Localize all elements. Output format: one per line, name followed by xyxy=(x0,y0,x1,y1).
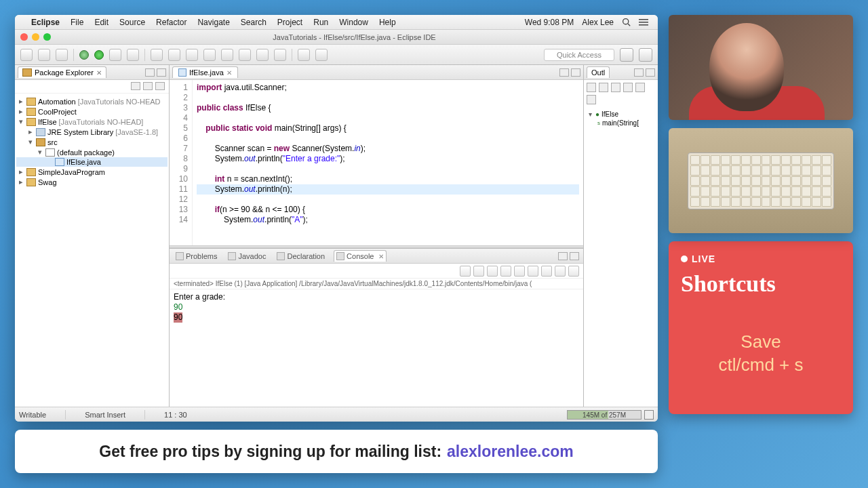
code-editor[interactable]: 1234567891011121314 import java.util.Sca… xyxy=(170,80,583,245)
editor-tab-ifelse[interactable]: IfElse.java ✕ xyxy=(172,66,238,78)
outline-hide-nonpublic-icon[interactable] xyxy=(623,83,633,92)
minimize-window-button[interactable] xyxy=(32,33,39,41)
maximize-panel-icon[interactable] xyxy=(157,68,166,77)
tb-misc-2-icon[interactable] xyxy=(274,49,286,61)
search-tb-icon[interactable] xyxy=(203,49,216,61)
outline-tab[interactable]: Outl xyxy=(587,66,610,78)
toggle-mark-icon[interactable] xyxy=(221,49,233,61)
run-last-icon[interactable] xyxy=(109,49,121,61)
console-remove-icon[interactable] xyxy=(473,266,484,277)
console-stop-icon[interactable] xyxy=(460,266,471,277)
outline-hide-fields-icon[interactable] xyxy=(599,83,608,92)
menu-help[interactable]: Help xyxy=(374,18,401,27)
console-new-icon[interactable] xyxy=(568,266,579,277)
declaration-tab[interactable]: Declaration xyxy=(275,251,327,262)
status-insert-mode: Smart Insert xyxy=(85,411,125,419)
maximize-outline-icon[interactable] xyxy=(646,68,655,77)
menu-app[interactable]: Eclipse xyxy=(26,18,65,27)
tree-item[interactable]: ▾(default package) xyxy=(16,147,167,157)
bottom-tab-bar: Problems Javadoc Declaration Console✕ xyxy=(170,249,583,264)
close-console-tab-icon[interactable]: ✕ xyxy=(378,253,384,260)
new-package-icon[interactable] xyxy=(151,49,163,61)
outline-hide-local-icon[interactable] xyxy=(635,83,645,92)
menu-edit[interactable]: Edit xyxy=(89,18,114,27)
shortcut-overlay: LIVE Shortcuts Save ctl/cmd + s xyxy=(669,241,853,414)
outline-tree[interactable]: ▾●IfElse smain(String[ xyxy=(584,107,658,130)
new-icon[interactable] xyxy=(20,49,33,61)
nav-fwd-icon[interactable] xyxy=(315,49,328,61)
link-editor-icon[interactable] xyxy=(143,82,153,90)
maximize-editor-icon[interactable] xyxy=(571,68,580,77)
menu-refactor[interactable]: Refactor xyxy=(151,18,192,27)
problems-tab[interactable]: Problems xyxy=(174,251,219,262)
save-icon[interactable] xyxy=(38,49,50,61)
quick-access-field[interactable]: Quick Access xyxy=(544,49,614,61)
tree-item[interactable]: ▸JRE System Library [JavaSE-1.8] xyxy=(16,127,167,137)
close-window-button[interactable] xyxy=(20,33,28,41)
console-output[interactable]: Enter a grade:9090 xyxy=(170,289,583,407)
console-display-icon[interactable] xyxy=(541,266,552,277)
minimize-outline-icon[interactable] xyxy=(634,68,644,77)
menu-navigate[interactable]: Navigate xyxy=(192,18,235,27)
zoom-window-button[interactable] xyxy=(43,33,51,41)
console-process-label: <terminated> IfElse (1) [Java Applicatio… xyxy=(170,279,583,289)
outline-focus-icon[interactable] xyxy=(587,95,596,104)
menu-run[interactable]: Run xyxy=(308,18,334,27)
run-gc-icon[interactable] xyxy=(644,410,654,420)
window-titlebar: JavaTutorials - IfElse/src/IfElse.java -… xyxy=(15,30,658,45)
tree-item[interactable]: IfElse.java xyxy=(16,157,167,167)
package-explorer-icon xyxy=(22,68,32,77)
heap-status[interactable]: 145M of 257M xyxy=(567,410,642,420)
tree-item[interactable]: ▸Automation [JavaTutorials NO-HEAD xyxy=(16,96,167,106)
outline-sort-icon[interactable] xyxy=(587,83,596,92)
coverage-icon[interactable] xyxy=(127,49,139,61)
close-tab-icon[interactable]: ✕ xyxy=(96,69,102,77)
perspective-java-icon[interactable] xyxy=(620,48,633,62)
debug-icon[interactable] xyxy=(79,50,89,60)
maximize-bottom-icon[interactable] xyxy=(570,252,579,260)
package-explorer-label: Package Explorer xyxy=(35,68,94,77)
minimize-bottom-icon[interactable] xyxy=(558,252,568,260)
spotlight-icon[interactable] xyxy=(622,18,631,26)
menu-source[interactable]: Source xyxy=(114,18,151,27)
minimize-panel-icon[interactable] xyxy=(145,68,155,77)
tb-misc-1-icon[interactable] xyxy=(256,49,269,61)
outline-hide-static-icon[interactable] xyxy=(611,83,620,92)
run-icon[interactable] xyxy=(94,50,104,60)
console-clear-icon[interactable] xyxy=(500,266,511,277)
javadoc-tab[interactable]: Javadoc xyxy=(226,251,268,262)
tree-item[interactable]: ▸CoolProject xyxy=(16,106,167,117)
close-editor-tab-icon[interactable]: ✕ xyxy=(226,69,232,77)
package-tree[interactable]: ▸Automation [JavaTutorials NO-HEAD▸CoolP… xyxy=(15,94,169,407)
editor-tab-label: IfElse.java xyxy=(189,68,224,77)
menu-window[interactable]: Window xyxy=(334,18,374,27)
console-pin-icon[interactable] xyxy=(528,266,538,277)
collapse-all-icon[interactable] xyxy=(131,82,140,90)
console-tab[interactable]: Console✕ xyxy=(334,250,387,262)
console-open-icon[interactable] xyxy=(555,266,566,277)
console-scroll-lock-icon[interactable] xyxy=(514,266,525,277)
tree-item[interactable]: ▸SimpleJavaProgram xyxy=(16,167,167,177)
annotation-icon[interactable] xyxy=(239,49,251,61)
menu-search[interactable]: Search xyxy=(235,18,272,27)
view-menu-icon[interactable] xyxy=(155,82,165,90)
svg-rect-2 xyxy=(639,19,648,20)
banner-link[interactable]: alexlorenlee.com xyxy=(447,443,574,461)
shortcuts-title: Shortcuts xyxy=(681,271,841,297)
tree-item[interactable]: ▸Swag xyxy=(16,177,167,187)
package-explorer-tab[interactable]: Package Explorer ✕ xyxy=(18,66,106,78)
menu-project[interactable]: Project xyxy=(272,18,308,27)
open-type-icon[interactable] xyxy=(186,49,198,61)
svg-line-1 xyxy=(628,24,630,26)
menu-file[interactable]: File xyxy=(65,18,89,27)
perspective-other-icon[interactable] xyxy=(639,48,652,62)
nav-back-icon[interactable] xyxy=(298,49,310,61)
tree-item[interactable]: ▾src xyxy=(16,137,167,147)
status-cursor-pos: 11 : 30 xyxy=(164,411,187,419)
menu-extras-icon[interactable] xyxy=(639,18,648,26)
minimize-editor-icon[interactable] xyxy=(559,68,569,77)
save-all-icon[interactable] xyxy=(56,49,68,61)
tree-item[interactable]: ▾IfElse [JavaTutorials NO-HEAD] xyxy=(16,117,167,127)
new-class-icon[interactable] xyxy=(168,49,180,61)
console-remove-all-icon[interactable] xyxy=(487,266,498,277)
